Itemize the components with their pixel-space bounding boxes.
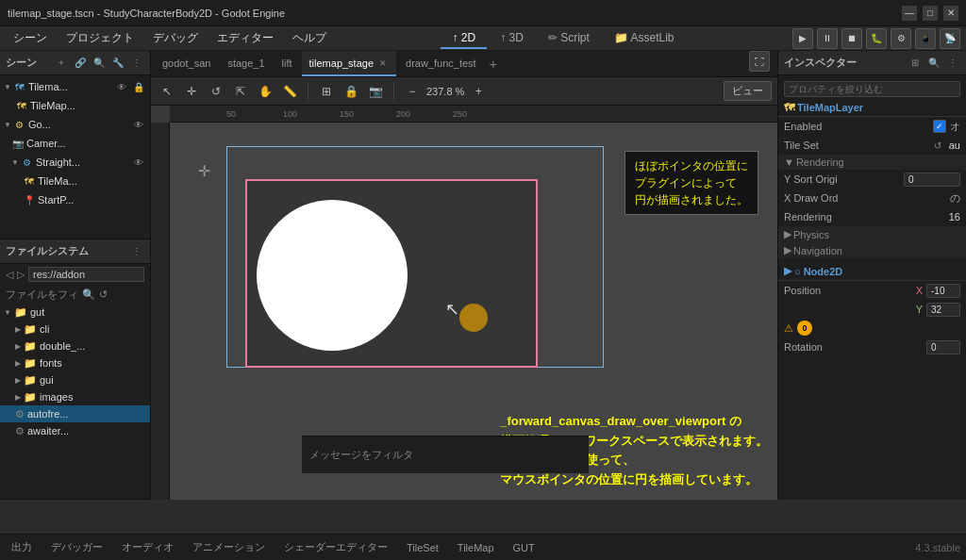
fs-item-double[interactable]: ▶ 📁 double_... <box>0 338 150 354</box>
stop-button[interactable]: ⏹ <box>841 28 862 49</box>
tab-assetlib[interactable]: 📁 AssetLib <box>603 28 686 49</box>
node2d-icon: ○ <box>794 266 801 277</box>
debug-btn3[interactable]: 📱 <box>915 28 936 49</box>
animation-tab[interactable]: アニメーション <box>187 538 271 556</box>
close-button[interactable]: ✕ <box>943 6 958 21</box>
zoom-level: 237.8 % <box>426 86 464 97</box>
tree-item-tilemap[interactable]: 🗺 TileMap... <box>0 96 150 115</box>
zoom-in-button[interactable]: + <box>468 81 489 102</box>
scene-add-icon[interactable]: + <box>54 56 69 71</box>
tileset-tab[interactable]: TileSet <box>401 540 444 555</box>
menu-help[interactable]: ヘルプ <box>285 28 334 48</box>
fs-item-fonts[interactable]: ▶ 📁 fonts <box>0 354 150 371</box>
tab-2d[interactable]: ↑ 2D <box>441 28 487 49</box>
physics-group[interactable]: ▶ Physics <box>778 226 966 242</box>
menu-scene[interactable]: シーン <box>6 28 55 48</box>
debug-btn2[interactable]: ⚙ <box>891 28 911 49</box>
eye-icon3[interactable]: 👁 <box>131 155 146 170</box>
pause-button[interactable]: ⏸ <box>817 28 838 49</box>
shader-editor-tab[interactable]: シェーダーエディター <box>278 538 393 556</box>
debugger-tab[interactable]: デバッガー <box>45 538 108 556</box>
tab-lift[interactable]: lift <box>275 51 300 76</box>
tab-script[interactable]: ✏ Script <box>537 28 601 49</box>
scene-link-icon[interactable]: 🔗 <box>73 56 88 71</box>
fs-item-gui[interactable]: ▶ 📁 gui <box>0 371 150 388</box>
tab-stage1-label: stage_1 <box>227 58 264 69</box>
warning-icon: ⚠ <box>784 322 793 335</box>
gut-tab[interactable]: GUT <box>508 540 541 555</box>
inspector-history-icon[interactable]: ⊞ <box>908 56 923 71</box>
tilemap-tab[interactable]: TileMap <box>452 540 500 555</box>
expand-gui: ▶ <box>15 376 21 385</box>
fs-item-cli[interactable]: ▶ 📁 cli <box>0 321 150 338</box>
rendering-group[interactable]: ▼ Rendering <box>778 155 966 170</box>
ruler-tool[interactable]: 📏 <box>279 81 300 102</box>
tab-tilemap-stage[interactable]: tilemap_stage ✕ <box>302 51 397 76</box>
output-tab[interactable]: 出力 <box>6 538 38 556</box>
menu-editor[interactable]: エディター <box>209 28 281 48</box>
rotation-label: Rotation <box>784 341 923 353</box>
navigation-group[interactable]: ▶ Navigation <box>778 242 966 258</box>
tree-item-camer[interactable]: 📷 Camer... <box>0 134 150 153</box>
select-tool[interactable]: ↖ <box>157 81 177 102</box>
tree-item-tilema[interactable]: ▼ 🗺 Tilema... 👁 🔒 <box>0 77 150 96</box>
fs-item-images[interactable]: ▶ 📁 images <box>0 388 150 405</box>
remote-button[interactable]: 📡 <box>940 28 960 49</box>
eye-icon2[interactable]: 👁 <box>131 117 146 132</box>
rotate-tool[interactable]: ↺ <box>206 81 226 102</box>
grid-tool[interactable]: ⊞ <box>316 81 337 102</box>
divider2 <box>393 82 394 101</box>
camera-tool[interactable]: 📷 <box>365 81 386 102</box>
fs-path[interactable]: res://addon <box>28 267 144 282</box>
tree-item-go[interactable]: ▼ ⚙ Go... 👁 <box>0 115 150 134</box>
position-x-input[interactable] <box>926 284 960 298</box>
tree-item-straight[interactable]: ▼ ⚙ Straight... 👁 <box>0 153 150 172</box>
tab-stage1[interactable]: stage_1 <box>220 51 272 76</box>
lock-tool[interactable]: 🔒 <box>341 81 361 102</box>
node2d-expand: ▶ <box>784 265 791 277</box>
fs-item-awaiter[interactable]: ⚙ awaiter... <box>0 422 150 439</box>
view-button[interactable]: ビュー <box>724 81 772 101</box>
right-panel: インスペクター ⊞ 🔍 ⋮ 🗺 TileMapLayer Enabled ✓ オ <box>777 51 966 500</box>
tree-item-tilema2[interactable]: 🗺 TileMa... <box>0 172 150 190</box>
scale-tool[interactable]: ⇱ <box>230 81 251 102</box>
rotation-input[interactable] <box>926 340 960 354</box>
fs-reload-icon[interactable]: ↺ <box>99 288 108 301</box>
inspector-filter-input[interactable] <box>784 81 960 97</box>
tab-tilemap-stage-close[interactable]: ✕ <box>377 58 389 69</box>
play-button[interactable]: ▶ <box>792 28 813 49</box>
move-tool[interactable]: ✛ <box>181 81 202 102</box>
tab-add-button[interactable]: + <box>486 51 501 76</box>
maximize-button[interactable]: □ <box>923 6 938 21</box>
scene-menu-icon[interactable]: ⋮ <box>129 56 144 71</box>
audio-tab[interactable]: オーディオ <box>116 538 179 556</box>
expand-viewport-button[interactable]: ⛶ <box>749 51 770 72</box>
y-sort-origin-input[interactable] <box>904 173 960 187</box>
menu-project[interactable]: プロジェクト <box>58 28 142 48</box>
fs-search-icon[interactable]: 🔍 <box>82 288 95 301</box>
tab-draw-func[interactable]: draw_func_test <box>398 51 484 76</box>
inspector-lock-icon[interactable]: 🔍 <box>926 56 941 71</box>
position-y-input[interactable] <box>926 303 960 317</box>
scene-filter-icon[interactable]: 🔧 <box>110 56 125 71</box>
menubar: シーン プロジェクト デバッグ エディター ヘルプ ↑ 2D ↑ 3D ✏ Sc… <box>0 26 966 51</box>
tileset-refresh-icon[interactable]: ↺ <box>930 138 945 153</box>
tree-item-startp[interactable]: 📍 StartP... <box>0 190 150 209</box>
fs-menu-icon[interactable]: ⋮ <box>129 244 144 259</box>
lock-icon[interactable]: 🔒 <box>131 79 146 94</box>
minimize-button[interactable]: — <box>902 6 917 21</box>
enabled-checkbox[interactable]: ✓ <box>933 120 946 133</box>
fs-forward-icon[interactable]: ▷ <box>17 269 25 281</box>
tab-godot-san[interactable]: godot_san <box>155 51 218 76</box>
menu-debug[interactable]: デバッグ <box>145 28 206 48</box>
inspector-menu-icon[interactable]: ⋮ <box>945 56 960 71</box>
eye-icon[interactable]: 👁 <box>114 79 129 94</box>
zoom-out-button[interactable]: − <box>402 81 423 102</box>
pan-tool[interactable]: ✋ <box>255 81 275 102</box>
tab-3d[interactable]: ↑ 3D <box>489 28 535 49</box>
debug-btn1[interactable]: 🐛 <box>866 28 887 49</box>
fs-item-gut[interactable]: ▼ 📁 gut <box>0 304 150 321</box>
fs-back-icon[interactable]: ◁ <box>6 269 13 281</box>
scene-search-icon[interactable]: 🔍 <box>92 56 107 71</box>
fs-item-autofre[interactable]: ⚙ autofre... <box>0 405 150 422</box>
